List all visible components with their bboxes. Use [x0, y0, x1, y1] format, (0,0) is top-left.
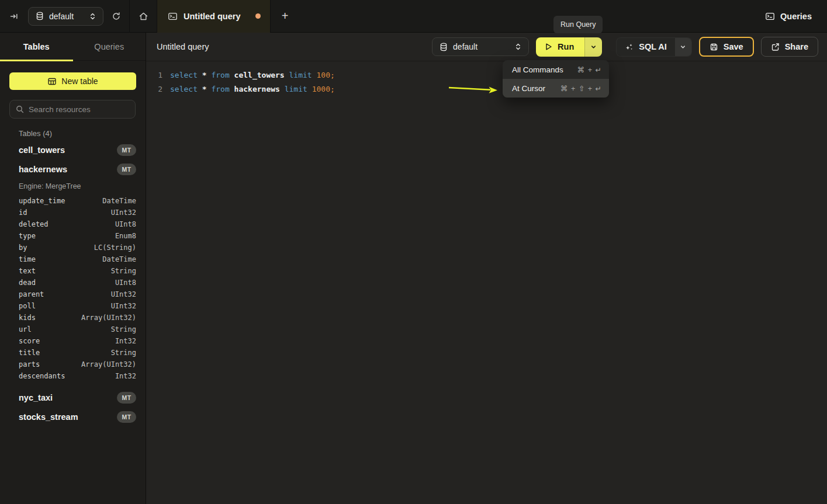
column-type: UInt8	[115, 220, 136, 228]
table-name: nyc_taxi	[19, 393, 53, 402]
column-name: text	[19, 267, 36, 275]
topbar-database-selector[interactable]: default	[28, 7, 103, 26]
search-icon	[16, 105, 24, 113]
run-button-label: Run	[558, 42, 574, 51]
tab-title: Untitled query	[184, 12, 250, 21]
pane-database-selector[interactable]: default	[432, 37, 529, 56]
search-box	[9, 100, 136, 119]
code-token: cell_towers	[234, 71, 285, 79]
column-name: kids	[19, 314, 36, 322]
table-engine-label: Engine: MergeTree	[9, 179, 136, 193]
code-token: limit	[285, 85, 307, 93]
code-token: hackernews	[234, 85, 280, 93]
query-title: Untitled query	[157, 42, 209, 51]
chevron-down-icon	[680, 44, 686, 50]
code-token	[285, 71, 289, 79]
save-button[interactable]: Save	[699, 37, 754, 57]
code-token: ;	[330, 71, 335, 79]
new-table-button[interactable]: New table	[9, 72, 136, 90]
floppy-icon	[710, 43, 718, 51]
column-row: deletedUInt8	[9, 218, 136, 230]
console-icon	[765, 12, 775, 21]
column-row: urlString	[9, 324, 136, 335]
column-name: id	[19, 208, 27, 217]
refresh-icon	[112, 12, 121, 21]
code-token: select	[170, 85, 198, 93]
save-button-label: Save	[724, 42, 743, 51]
share-button-label: Share	[785, 42, 808, 51]
new-table-label: New table	[61, 77, 98, 86]
column-name: dead	[19, 279, 36, 287]
code-token: ;	[330, 85, 335, 93]
code-token: *	[202, 71, 207, 79]
menu-item-all-commands[interactable]: All Commands⌘ + ↵	[503, 60, 609, 79]
sidebar-tab-queries[interactable]: Queries	[73, 33, 146, 60]
engine-badge: MT	[117, 392, 136, 404]
column-name: update_time	[19, 197, 65, 205]
column-row: pollUInt32	[9, 300, 136, 312]
sidebar-tab-tables[interactable]: Tables	[0, 33, 73, 60]
sparkles-icon	[625, 43, 634, 51]
table-row[interactable]: hackernewsMT	[9, 159, 136, 179]
table-name: cell_towers	[19, 145, 65, 155]
code-token	[230, 71, 234, 79]
column-name: parts	[19, 360, 40, 369]
sql-editor[interactable]: 1select * from cell_towers limit 100;2se…	[146, 61, 827, 96]
run-button[interactable]: Run	[536, 37, 584, 57]
engine-badge: MT	[117, 164, 136, 175]
share-button[interactable]: Share	[761, 37, 818, 57]
column-type: String	[111, 325, 136, 333]
column-type: UInt32	[111, 302, 136, 310]
column-row: idUInt32	[9, 207, 136, 218]
code-token	[230, 85, 234, 93]
refresh-button[interactable]	[103, 0, 129, 33]
line-number: 1	[146, 71, 162, 79]
code-token: limit	[289, 71, 312, 79]
column-type: String	[111, 349, 136, 357]
column-type: DateTime	[102, 197, 136, 205]
column-type: LC(String)	[94, 244, 136, 252]
table-row[interactable]: nyc_taxiMT	[9, 388, 136, 407]
search-input[interactable]	[29, 105, 132, 114]
editor-line[interactable]: 2select * from hackernews limit 1000;	[146, 82, 827, 96]
column-type: Int32	[115, 372, 136, 380]
new-tab-button[interactable]: +	[271, 0, 299, 33]
column-row: kidsArray(UInt32)	[9, 312, 136, 324]
tab-untitled-query[interactable]: Untitled query	[157, 0, 271, 33]
column-row: update_timeDateTime	[9, 195, 136, 207]
column-row: textString	[9, 265, 136, 277]
code-token: from	[211, 85, 229, 93]
sql-ai-button[interactable]: SQL AI	[617, 38, 675, 56]
table-columns: update_timeDateTimeidUInt32deletedUInt8t…	[9, 193, 136, 388]
menu-item-label: All Commands	[512, 65, 563, 74]
run-button-group: Run	[536, 37, 602, 57]
home-button[interactable]	[130, 0, 157, 33]
queries-button[interactable]: Queries	[765, 12, 812, 21]
column-name: by	[19, 244, 27, 252]
sql-ai-options-button[interactable]	[675, 38, 691, 56]
run-options-menu: All Commands⌘ + ↵At Cursor⌘ + ⇧ + ↵	[503, 60, 609, 98]
code-token: from	[211, 71, 229, 79]
engine-badge: MT	[117, 411, 136, 423]
run-options-button[interactable]	[584, 37, 602, 57]
column-type: UInt32	[111, 290, 136, 298]
collapse-sidebar-button[interactable]	[0, 0, 28, 33]
table-row[interactable]: cell_towersMT	[9, 140, 136, 159]
editor-line[interactable]: 1select * from cell_towers limit 100;	[146, 68, 827, 82]
column-type: Array(UInt32)	[81, 314, 136, 322]
column-row: byLC(String)	[9, 242, 136, 253]
column-name: score	[19, 337, 40, 345]
menu-item-shortcut: ⌘ + ⇧ + ↵	[560, 84, 602, 93]
home-icon	[139, 12, 148, 21]
column-name: type	[19, 232, 36, 240]
code-token: select	[170, 71, 198, 79]
chevron-down-icon	[590, 44, 597, 50]
code-token	[307, 85, 312, 93]
query-pane-header: Untitled query default	[146, 33, 827, 61]
menu-item-at-cursor[interactable]: At Cursor⌘ + ⇧ + ↵	[503, 79, 609, 98]
table-row[interactable]: stocks_streamMT	[9, 407, 136, 426]
pane-database-value: default	[453, 42, 477, 51]
column-type: Int32	[115, 337, 136, 345]
play-icon	[545, 43, 552, 51]
menu-item-label: At Cursor	[512, 84, 545, 93]
